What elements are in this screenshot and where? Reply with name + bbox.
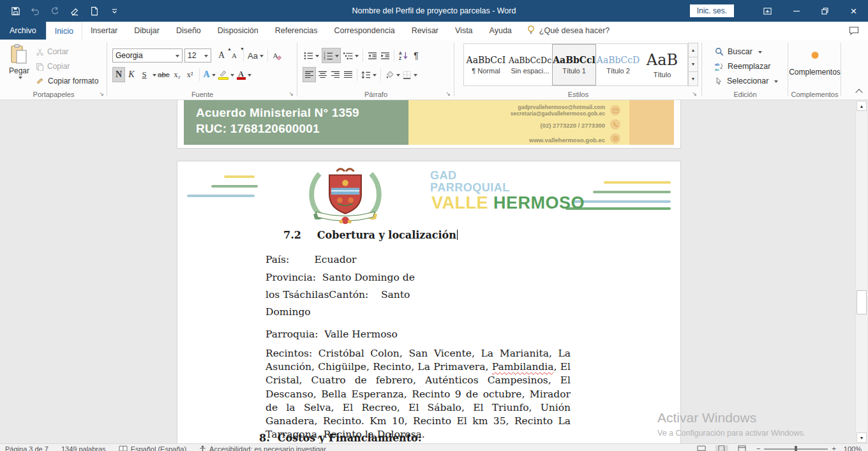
zoom-track[interactable] <box>764 448 828 450</box>
accessibility-indicator[interactable]: Accesibilidad: es necesario investigar <box>199 445 326 451</box>
scroll-up-button[interactable]: ▲ <box>857 101 867 111</box>
align-center-button[interactable] <box>316 67 329 82</box>
style-normal[interactable]: AaBbCcI ¶ Normal <box>464 44 508 85</box>
tab-correspondencia[interactable]: Correspondencia <box>326 22 403 40</box>
grow-font-button[interactable]: A▲ <box>215 48 228 63</box>
styles-dialog-launcher[interactable]: ↘ <box>692 91 697 97</box>
ribbon-display-options-icon[interactable] <box>753 0 782 22</box>
shrink-font-button[interactable]: A▼ <box>228 48 241 63</box>
superscript-button[interactable]: x² <box>184 67 197 82</box>
tab-revisar[interactable]: Revisar <box>403 22 447 40</box>
section-heading[interactable]: 7.2Cobertura y localización <box>283 229 458 241</box>
close-button[interactable]: × <box>839 0 868 22</box>
show-marks-button[interactable]: ¶ <box>410 48 423 63</box>
restore-button[interactable] <box>811 0 839 22</box>
cut-button[interactable]: Cortar <box>36 46 98 57</box>
section-8-heading[interactable]: 8.Costos y Financiamiento: <box>259 432 422 443</box>
field-pais[interactable]: País: Ecuador <box>266 254 356 265</box>
replace-button[interactable]: abac Reemplazar <box>715 61 778 72</box>
borders-button[interactable] <box>401 67 419 82</box>
select-button[interactable]: Seleccionar <box>715 75 778 87</box>
font-family-combo[interactable]: Georgia <box>112 48 183 63</box>
numbering-button[interactable]: 123 <box>322 48 341 63</box>
clipboard-dialog-launcher[interactable]: ↘ <box>99 91 104 97</box>
paste-button[interactable]: Pegar <box>5 44 33 91</box>
page-indicator[interactable]: Página 3 de 7 <box>5 445 49 451</box>
bold-button[interactable]: N <box>112 67 125 82</box>
new-document-icon[interactable] <box>89 6 100 16</box>
redo-icon[interactable] <box>50 6 60 16</box>
bullets-button[interactable] <box>303 48 320 63</box>
style-heading2[interactable]: AaBbCcD Título 2 <box>596 44 640 85</box>
draw-eraser-icon[interactable] <box>70 6 80 16</box>
underline-caret[interactable] <box>153 74 156 78</box>
tab-insertar[interactable]: Insertar <box>82 22 126 40</box>
customize-quick-access-icon[interactable] <box>109 6 119 16</box>
font-color-button[interactable]: A <box>236 67 253 82</box>
subscript-button[interactable]: x₂ <box>171 67 184 82</box>
font-size-combo[interactable]: 12 <box>184 48 211 63</box>
find-button[interactable]: Buscar <box>715 46 778 57</box>
zoom-out-icon[interactable]: − <box>756 445 760 451</box>
field-canton-cont[interactable]: Domingo <box>266 306 311 318</box>
save-icon[interactable] <box>10 6 20 16</box>
zoom-handle[interactable] <box>795 446 797 451</box>
zoom-percentage[interactable]: 100% <box>844 445 862 451</box>
word-count[interactable]: 1349 palabras <box>61 445 106 451</box>
underline-button[interactable]: S <box>138 67 151 82</box>
field-canton[interactable]: los TsáchilasCantón: Santo <box>266 289 410 300</box>
justify-button[interactable] <box>341 67 354 82</box>
align-left-button[interactable] <box>303 67 316 82</box>
align-right-button[interactable] <box>329 67 341 82</box>
paragraph-dialog-launcher[interactable]: ↘ <box>445 91 451 97</box>
font-dialog-launcher[interactable]: ↘ <box>288 91 294 97</box>
tab-diseno[interactable]: Diseño <box>168 22 209 40</box>
line-spacing-button[interactable] <box>360 67 378 82</box>
multilevel-list-button[interactable] <box>342 48 360 63</box>
change-case-button[interactable]: Aa <box>246 48 265 63</box>
strikethrough-button[interactable]: abc <box>156 67 171 82</box>
recintos-paragraph[interactable]: Recintos: Cristóbal Colon, San Vicente, … <box>266 347 571 441</box>
sort-button[interactable]: AZ <box>397 48 410 63</box>
scroll-down-button[interactable]: ▼ <box>857 433 867 443</box>
tab-disposicion[interactable]: Disposición <box>209 22 267 40</box>
styles-scroll-up[interactable]: ▲ <box>688 43 698 57</box>
scrollbar-thumb[interactable] <box>857 290 867 314</box>
style-no-spacing[interactable]: AaBbCcDc Sin espaci... <box>508 44 552 85</box>
tab-archivo[interactable]: Archivo <box>0 22 46 40</box>
decrease-indent-button[interactable] <box>366 48 378 63</box>
tab-ayuda[interactable]: Ayuda <box>481 22 520 40</box>
minimize-button[interactable] <box>782 0 811 22</box>
highlight-button[interactable] <box>217 67 236 82</box>
styles-more-button[interactable]: ▼ <box>688 71 698 86</box>
italic-button[interactable]: K <box>125 67 138 82</box>
clear-formatting-button[interactable]: A <box>271 48 283 63</box>
tab-referencias[interactable]: Referencias <box>267 22 326 40</box>
field-parroquia[interactable]: Parroquia: Valle Hermoso <box>266 329 398 340</box>
text-effects-button[interactable]: A <box>202 67 217 82</box>
language-indicator[interactable]: Español (España) <box>119 445 186 451</box>
tab-vista[interactable]: Vista <box>447 22 481 40</box>
undo-icon[interactable] <box>30 6 40 16</box>
print-layout-button[interactable] <box>715 445 728 451</box>
copy-button[interactable]: Copiar <box>36 61 98 72</box>
format-painter-button[interactable]: Copiar formato <box>36 75 98 87</box>
addins-button[interactable]: Complementos <box>788 68 841 77</box>
feedback-comment-icon[interactable] <box>849 22 868 40</box>
zoom-in-icon[interactable]: + <box>832 445 835 451</box>
style-title[interactable]: AaB Título <box>640 44 684 85</box>
web-layout-button[interactable] <box>736 445 749 451</box>
collapse-ribbon-icon[interactable] <box>855 89 862 96</box>
styles-scroll-down[interactable]: ▼ <box>688 57 698 71</box>
shading-button[interactable] <box>384 67 401 82</box>
field-provincia[interactable]: Provincia: Santo Domingo de <box>266 272 415 283</box>
addin-dot-icon[interactable] <box>811 52 818 59</box>
zoom-slider[interactable]: − + <box>756 445 836 451</box>
tell-me-box[interactable]: ¿Qué desea hacer? <box>520 22 617 40</box>
tab-inicio[interactable]: Inicio <box>46 22 82 40</box>
sign-in-button[interactable]: Inic. ses. <box>690 4 734 17</box>
style-heading1[interactable]: AaBbCcl Título 1 <box>552 44 596 85</box>
read-mode-button[interactable] <box>695 445 708 451</box>
increase-indent-button[interactable] <box>378 48 391 63</box>
tab-dibujar[interactable]: Dibujar <box>126 22 168 40</box>
